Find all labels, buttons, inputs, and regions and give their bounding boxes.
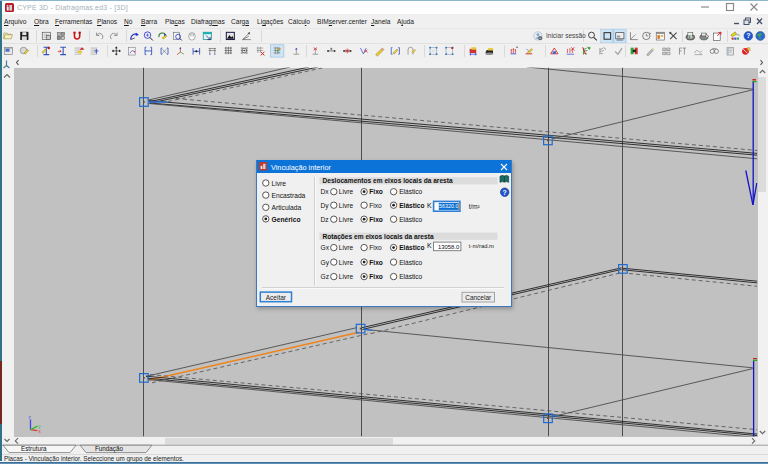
svg-text:Estrutura: Estrutura [21, 445, 47, 452]
svg-text:K: K [427, 242, 432, 249]
svg-text:Livre: Livre [339, 188, 354, 195]
svg-text:Fundação: Fundação [95, 445, 124, 453]
svg-text:Livre: Livre [339, 202, 354, 209]
svg-text:Fixo: Fixo [369, 273, 383, 280]
svg-text:t/m²: t/m² [469, 203, 480, 210]
svg-text:Elástico: Elástico [399, 244, 424, 251]
svg-text:Aceitar: Aceitar [266, 294, 287, 301]
svg-text:Gx: Gx [321, 244, 330, 251]
svg-text:?: ? [503, 189, 507, 196]
svg-text:Fixo: Fixo [369, 188, 383, 195]
svg-text:Cancelar: Cancelar [465, 294, 492, 301]
svg-text:Livre: Livre [339, 259, 354, 266]
svg-text:13058.0: 13058.0 [438, 244, 460, 250]
svg-text:Gz: Gz [321, 273, 329, 280]
svg-text:Gy: Gy [321, 259, 330, 267]
svg-text:Rotações em eixos locais da ar: Rotações em eixos locais da aresta [323, 233, 434, 241]
svg-text:Elástico: Elástico [399, 259, 422, 266]
svg-text:K: K [427, 202, 432, 209]
svg-text:Fixo: Fixo [369, 259, 383, 266]
svg-text:Fixo: Fixo [369, 244, 382, 251]
svg-text:Dz: Dz [321, 216, 329, 223]
svg-text:Elástico: Elástico [399, 216, 422, 223]
svg-text:Livre: Livre [339, 244, 354, 251]
svg-text:Fixo: Fixo [369, 202, 382, 209]
svg-text:Elástico: Elástico [399, 188, 422, 195]
svg-text:Livre: Livre [339, 216, 354, 223]
svg-text:Dy: Dy [321, 202, 330, 210]
svg-text:Fixo: Fixo [369, 216, 383, 223]
svg-text:Deslocamentos em eixos locais: Deslocamentos em eixos locais da aresta [323, 177, 453, 184]
svg-text:Elástico: Elástico [399, 202, 424, 209]
svg-text:Encastrada: Encastrada [272, 192, 306, 199]
svg-text:Articulada: Articulada [272, 204, 302, 211]
svg-text:Elástico: Elástico [399, 273, 422, 280]
svg-text:Genérico: Genérico [272, 216, 301, 223]
svg-text:Livre: Livre [272, 180, 287, 187]
svg-text:56320.0: 56320.0 [439, 203, 459, 209]
svg-text:Dx: Dx [321, 188, 330, 195]
svg-text:Livre: Livre [339, 273, 354, 280]
svg-text:t·m/rad.m: t·m/rad.m [469, 243, 494, 249]
